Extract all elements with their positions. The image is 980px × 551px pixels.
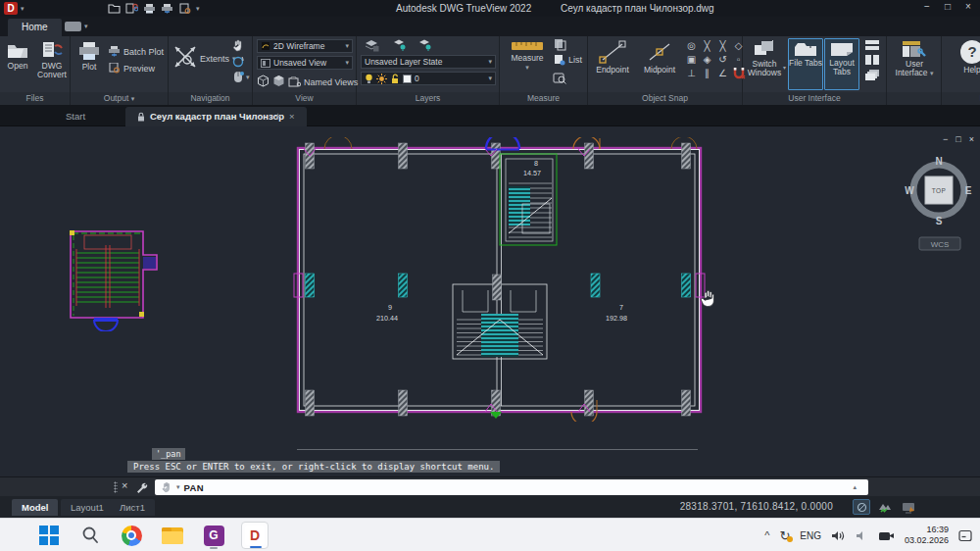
- command-bar-grip[interactable]: [114, 481, 118, 493]
- app-menu-caret-icon[interactable]: ▾: [21, 5, 24, 13]
- tab-start[interactable]: Start: [54, 107, 97, 126]
- isolate-objects-button[interactable]: [853, 499, 870, 515]
- snap-intersection-icon[interactable]: ╳: [700, 39, 714, 52]
- app-g-button[interactable]: G: [200, 522, 227, 549]
- compass-west[interactable]: W: [905, 185, 914, 196]
- batch-plot-button[interactable]: Batch Plot: [108, 46, 164, 57]
- named-views-button[interactable]: Named Views: [288, 76, 358, 87]
- clock[interactable]: 16:39 03.02.2026: [905, 525, 949, 546]
- tab-list1[interactable]: Лист1: [110, 499, 155, 516]
- measure-button[interactable]: Measure ▾: [506, 40, 549, 72]
- snap-parallel-icon[interactable]: ∥: [700, 67, 714, 79]
- volume-icon[interactable]: [856, 529, 868, 542]
- annotation-monitor-button[interactable]: [876, 499, 894, 515]
- command-expand-icon[interactable]: ▴: [853, 483, 862, 491]
- preview-icon[interactable]: [178, 3, 191, 14]
- pan-icon[interactable]: [231, 39, 245, 52]
- search-button[interactable]: [76, 522, 104, 549]
- layer-drop-icon[interactable]: [417, 39, 432, 52]
- customize-wrench-icon[interactable]: [135, 481, 148, 493]
- compass-south[interactable]: S: [936, 216, 943, 226]
- plot-button[interactable]: Plot: [74, 41, 104, 72]
- midpoint-button[interactable]: Midpoint: [637, 40, 682, 75]
- restore-button[interactable]: □: [942, 1, 954, 12]
- compass-east[interactable]: E: [965, 185, 972, 196]
- drawing-close-button[interactable]: ×: [969, 134, 974, 144]
- snap-apparent-icon[interactable]: ╳: [715, 39, 730, 52]
- open-icon[interactable]: [108, 3, 121, 14]
- steering-wheel-icon[interactable]: [231, 71, 245, 83]
- graphics-performance-button[interactable]: [900, 499, 917, 515]
- ribbon-display-icon[interactable]: [65, 22, 81, 31]
- room-number: 8: [534, 159, 538, 168]
- tab-home[interactable]: Home: [8, 19, 62, 36]
- command-bar-close-icon[interactable]: ×: [122, 479, 127, 491]
- zoom-extents-icon[interactable]: [172, 44, 198, 70]
- file-explorer-button[interactable]: [159, 522, 186, 549]
- view-cube[interactable]: N S W E TOP WCS: [900, 149, 978, 252]
- command-input[interactable]: ▾ PAN ▴: [155, 479, 868, 495]
- qat-caret-icon[interactable]: ▾: [196, 5, 200, 13]
- layout-tabs-button[interactable]: Layout Tabs: [824, 38, 859, 90]
- ribbon-display-caret-icon[interactable]: ▾: [84, 23, 88, 30]
- cascade-icon[interactable]: [864, 69, 880, 81]
- tray-chevron-icon[interactable]: ^: [764, 529, 769, 541]
- layer-state-select[interactable]: Unsaved Layer State ▾: [361, 55, 496, 69]
- snap-center-icon[interactable]: ◎: [684, 39, 699, 52]
- snap-insertion-icon[interactable]: ▣: [684, 53, 699, 66]
- snap-perpendicular-icon[interactable]: ⊥: [684, 67, 699, 79]
- convert-icon[interactable]: [125, 3, 138, 14]
- layer-properties-icon[interactable]: [365, 39, 379, 52]
- minimize-button[interactable]: −: [921, 1, 933, 12]
- user-interface-button[interactable]: User Interface ▾: [891, 40, 938, 77]
- tab-layout1[interactable]: Layout1: [61, 499, 114, 516]
- view-combo-select[interactable]: Unsaved View ▾: [257, 56, 353, 70]
- start-button[interactable]: [35, 522, 63, 549]
- output-panel-label[interactable]: Output ▾: [71, 92, 168, 105]
- drawing-restore-button[interactable]: □: [956, 134, 960, 144]
- ribbon-options[interactable]: ▾: [65, 22, 88, 31]
- file-tabs-button[interactable]: File Tabs: [788, 38, 823, 90]
- dwg-trueview-taskbar-button[interactable]: D: [241, 522, 269, 549]
- close-button[interactable]: ×: [962, 1, 974, 12]
- list-button[interactable]: List: [553, 54, 582, 66]
- drawing-canvas[interactable]: − □ ×: [0, 126, 980, 476]
- speaker-icon[interactable]: [831, 529, 846, 542]
- snap-nearest-icon[interactable]: ∠: [715, 67, 730, 79]
- new-tab-button[interactable]: +: [263, 107, 293, 126]
- hbars-icon[interactable]: [864, 39, 880, 51]
- vtile-icon[interactable]: [864, 54, 880, 66]
- orbit-icon[interactable]: [231, 55, 245, 68]
- help-button[interactable]: ? Help: [956, 40, 980, 75]
- camera-icon[interactable]: [878, 529, 895, 542]
- compass-north[interactable]: N: [935, 156, 942, 167]
- current-layer-select[interactable]: 0 ▾: [361, 72, 496, 85]
- layer-state-icon[interactable]: [392, 39, 407, 52]
- batch-plot-icon[interactable]: [161, 3, 173, 14]
- drawing-minimize-button[interactable]: −: [943, 134, 948, 144]
- app-logo[interactable]: D: [4, 2, 18, 15]
- id-point-icon[interactable]: [553, 72, 567, 84]
- sync-icon[interactable]: ↻: [779, 528, 790, 543]
- notification-icon[interactable]: [958, 529, 972, 542]
- viewcube-top-label[interactable]: TOP: [932, 187, 947, 194]
- switch-windows-button[interactable]: Switch Windows: [745, 40, 784, 77]
- plot-icon[interactable]: [143, 3, 156, 14]
- cube-icon[interactable]: [257, 75, 270, 87]
- preview-button[interactable]: Preview: [108, 63, 155, 74]
- shaded-cube-icon[interactable]: [272, 75, 285, 87]
- language-indicator[interactable]: ENG: [800, 530, 821, 541]
- dwg-convert-button[interactable]: DWG Convert: [35, 41, 69, 79]
- switch-windows-caret-icon[interactable]: ▾: [783, 64, 786, 71]
- chrome-button[interactable]: [118, 522, 145, 549]
- wheel-caret-icon[interactable]: ▾: [246, 74, 250, 81]
- snap-quadrant-icon[interactable]: ◈: [700, 53, 714, 66]
- endpoint-button[interactable]: Endpoint: [590, 40, 635, 75]
- wcs-label[interactable]: WCS: [931, 240, 950, 249]
- open-button[interactable]: Open: [3, 41, 32, 71]
- snap-tangent-icon[interactable]: ↺: [715, 53, 730, 66]
- tab-model[interactable]: Model: [12, 499, 58, 516]
- quick-measure-icon[interactable]: [553, 38, 566, 51]
- visual-style-select[interactable]: 2D Wireframe ▾: [257, 39, 353, 53]
- command-caret-icon[interactable]: ▾: [176, 483, 180, 491]
